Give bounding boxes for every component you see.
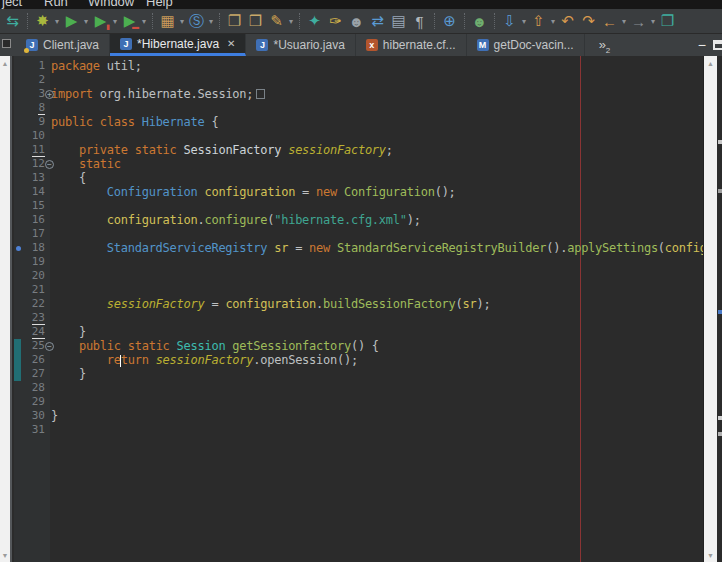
quick-run-icon[interactable]: ✸ xyxy=(32,11,53,31)
quick-run-dropdown[interactable]: ▾ xyxy=(53,17,61,26)
stripe-mark[interactable] xyxy=(718,310,722,314)
clean-build-dropdown[interactable]: ▾ xyxy=(207,17,215,26)
tab-close-icon[interactable]: ✕ xyxy=(227,38,235,49)
line-number[interactable]: 15 xyxy=(21,199,45,213)
fold-collapse-icon[interactable]: − xyxy=(45,160,54,169)
code-line-31[interactable]: 31 xyxy=(14,423,703,437)
maximize-button[interactable] xyxy=(713,40,722,50)
debug-project-dropdown[interactable]: ▾ xyxy=(111,17,119,26)
line-number[interactable]: 16 xyxy=(21,213,45,227)
menu-ject[interactable]: ject xyxy=(2,0,22,9)
team-server-icon[interactable]: ☻ xyxy=(469,11,490,31)
paragraph-icon[interactable]: ¶ xyxy=(409,11,430,31)
code-line-28[interactable]: 28 xyxy=(14,381,703,395)
stripe-mark[interactable] xyxy=(718,416,722,420)
code-line-17[interactable]: 17 xyxy=(14,227,703,241)
line-number[interactable]: 19 xyxy=(21,255,45,269)
run-project-dropdown[interactable]: ▾ xyxy=(82,17,90,26)
forward-icon[interactable]: → xyxy=(628,11,649,31)
commit-dropdown[interactable]: ▾ xyxy=(549,17,557,26)
debug-project-icon[interactable]: ▶▮ xyxy=(90,11,111,31)
line-number[interactable]: 27 xyxy=(21,367,45,381)
build-project-icon[interactable]: ▦ xyxy=(157,11,178,31)
line-number[interactable]: 9 xyxy=(21,115,45,129)
line-number[interactable]: 21 xyxy=(21,283,45,297)
minimize-button[interactable]: − xyxy=(698,37,706,53)
tab-getdoc-vacin-[interactable]: MgetDoc-vacin... xyxy=(467,34,585,56)
editor-scrollbar[interactable]: ▲ ▼ xyxy=(703,56,717,562)
scroll-down-icon[interactable]: ▼ xyxy=(0,552,10,559)
line-number[interactable]: 31 xyxy=(21,423,45,437)
line-number[interactable]: 30 xyxy=(21,409,45,423)
tab--hibernate-java[interactable]: J*Hibernate.java✕ xyxy=(110,34,246,56)
code-line-25[interactable]: 25− public static Session getSessionfact… xyxy=(14,339,703,353)
code-line-26[interactable]: 26 return sessionFactory.openSession(); xyxy=(14,353,703,367)
stripe-mark[interactable] xyxy=(718,189,722,193)
menu-run[interactable]: Run xyxy=(44,0,68,9)
brush-icon[interactable]: ✑ xyxy=(325,11,346,31)
undo-icon[interactable]: ↶ xyxy=(557,11,578,31)
code-line-9[interactable]: 9public class Hibernate { xyxy=(14,115,703,129)
code-line-11[interactable]: 11 private static SessionFactory session… xyxy=(14,143,703,157)
scroll-up-icon[interactable]: ▲ xyxy=(704,60,717,67)
code-line-1[interactable]: 1package util; xyxy=(14,59,703,73)
edit-dropdown[interactable]: ▾ xyxy=(287,17,295,26)
line-number[interactable]: 20 xyxy=(21,269,45,283)
tab-hibernate-cf-[interactable]: xhibernate.cf... xyxy=(356,34,467,56)
back-dropdown[interactable]: ▾ xyxy=(620,17,628,26)
code-line-13[interactable]: 13 { xyxy=(14,171,703,185)
code-line-15[interactable]: 15 xyxy=(14,199,703,213)
sync-doc-icon[interactable]: ⇄ xyxy=(367,11,388,31)
redeploy-icon[interactable]: ⇆ xyxy=(2,11,23,31)
line-number[interactable]: 2 xyxy=(21,73,45,87)
team-icon[interactable]: ☻ xyxy=(346,11,367,31)
code-line-29[interactable]: 29 xyxy=(14,395,703,409)
line-number[interactable]: 1 xyxy=(21,59,45,73)
left-scrollbar[interactable]: ▲ ▼ xyxy=(0,56,12,562)
line-number[interactable]: 28 xyxy=(21,381,45,395)
line-number[interactable]: 22 xyxy=(21,297,45,311)
web-icon[interactable]: ⊕ xyxy=(439,11,460,31)
save-all-icon[interactable]: ❒ xyxy=(245,11,266,31)
line-number[interactable]: 18 xyxy=(21,241,45,255)
error-stripe[interactable] xyxy=(717,56,722,562)
code-line-27[interactable]: 27 } xyxy=(14,367,703,381)
line-number[interactable]: 24 xyxy=(21,325,45,339)
scroll-up-icon[interactable]: ▲ xyxy=(0,60,10,67)
line-number[interactable]: 23 xyxy=(21,311,45,325)
code-line-12[interactable]: 12− static xyxy=(14,157,703,171)
code-line-24[interactable]: 24 } xyxy=(14,325,703,339)
clean-build-icon[interactable]: Ⓢ xyxy=(186,11,207,31)
line-number[interactable]: 29 xyxy=(21,395,45,409)
code-line-18[interactable]: 18 StandardServiceRegistry sr = new Stan… xyxy=(14,241,703,255)
tab-client-java[interactable]: JClient.java xyxy=(16,34,110,56)
code-editor[interactable]: 1package util;23+import org.hibernate.Se… xyxy=(14,56,703,562)
update-icon[interactable]: ⇩ xyxy=(499,11,520,31)
code-line-2[interactable]: 2 xyxy=(14,73,703,87)
stripe-mark[interactable] xyxy=(718,140,722,144)
line-number[interactable]: 17 xyxy=(21,227,45,241)
panel-window-icon[interactable] xyxy=(2,39,11,48)
code-line-22[interactable]: 22 sessionFactory = configuration.buildS… xyxy=(14,297,703,311)
code-line-30[interactable]: 30} xyxy=(14,409,703,423)
back-icon[interactable]: ← xyxy=(599,11,620,31)
code-line-21[interactable]: 21 xyxy=(14,283,703,297)
forward-dropdown[interactable]: ▾ xyxy=(649,17,657,26)
line-number[interactable]: 14 xyxy=(21,185,45,199)
pin-icon[interactable]: ✦ xyxy=(304,11,325,31)
fold-collapse-icon[interactable]: − xyxy=(45,342,54,351)
line-number[interactable]: 25 xyxy=(21,339,45,353)
menu-help[interactable]: Help xyxy=(146,0,173,9)
code-line-16[interactable]: 16 configuration.configure("hibernate.cf… xyxy=(14,213,703,227)
profile-project-icon[interactable]: ▶▬ xyxy=(119,11,140,31)
code-line-19[interactable]: 19 xyxy=(14,255,703,269)
run-project-icon[interactable]: ▶ xyxy=(61,11,82,31)
scroll-down-icon[interactable]: ▼ xyxy=(704,552,717,559)
code-line-20[interactable]: 20 xyxy=(14,269,703,283)
edit-icon[interactable]: ✎ xyxy=(266,11,287,31)
line-number[interactable]: 11 xyxy=(21,143,45,157)
build-project-dropdown[interactable]: ▾ xyxy=(178,17,186,26)
code-line-23[interactable]: 23 xyxy=(14,311,703,325)
line-number[interactable]: 8 xyxy=(21,101,45,115)
redo-icon[interactable]: ↷ xyxy=(578,11,599,31)
